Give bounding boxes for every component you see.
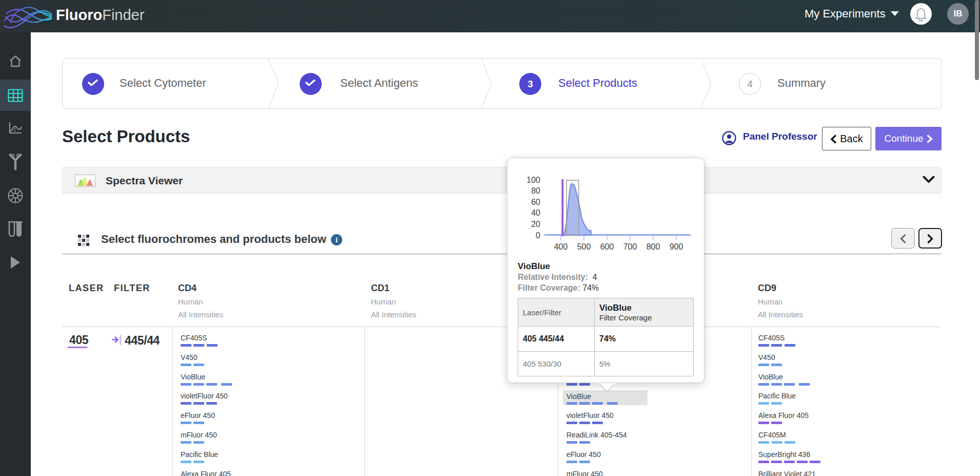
svg-text:40: 40 — [531, 208, 540, 217]
svg-text:500: 500 — [577, 242, 591, 251]
svg-text:900: 900 — [670, 242, 683, 251]
svg-text:20: 20 — [531, 220, 540, 229]
svg-text:600: 600 — [600, 242, 614, 251]
svg-text:800: 800 — [646, 242, 660, 251]
svg-text:400: 400 — [554, 242, 568, 251]
svg-text:700: 700 — [623, 242, 637, 251]
svg-text:0: 0 — [536, 231, 540, 240]
svg-text:80: 80 — [531, 186, 540, 195]
svg-text:100: 100 — [526, 176, 540, 184]
svg-text:60: 60 — [531, 198, 540, 206]
